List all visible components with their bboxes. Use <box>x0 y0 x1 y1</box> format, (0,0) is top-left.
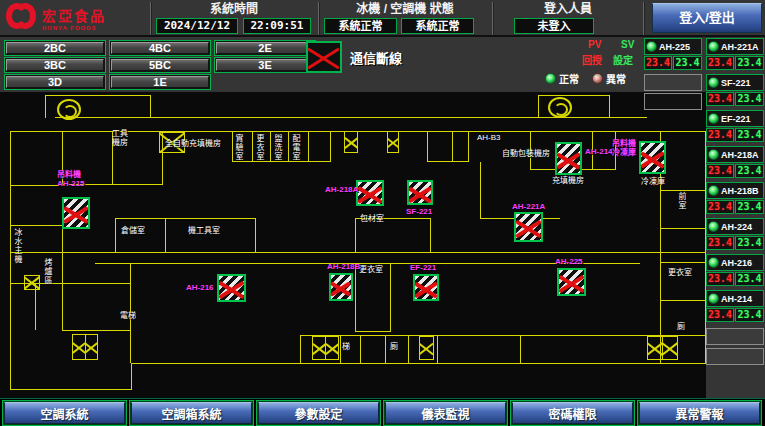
nav-button-0[interactable]: 空調系統 <box>2 400 127 426</box>
wall-segment <box>538 95 610 96</box>
ahu-label-ah-216: AH-216 <box>186 283 214 292</box>
wall-segment <box>35 283 36 330</box>
ahu-icon-ah-225[interactable] <box>557 268 586 296</box>
nav-button-label: 異常警報 <box>639 402 760 424</box>
wall-segment <box>252 131 253 162</box>
unit-pv-value: 23.4 <box>706 164 734 178</box>
floor-button-label: 5BC <box>111 59 209 71</box>
ahu-icon-ef-221[interactable] <box>413 274 439 301</box>
unit-ah-216[interactable]: AH-216 <box>706 254 764 271</box>
unit-sv-value: 23.4 <box>735 128 764 142</box>
floor-button-3bc[interactable]: 3BC <box>4 57 106 73</box>
floor-button-3d[interactable]: 3D <box>4 74 106 90</box>
room-label: 更衣室 <box>668 268 692 277</box>
x-cell-icon <box>313 337 325 359</box>
x-cell-icon <box>388 132 398 152</box>
floor-button-5bc[interactable]: 5BC <box>109 57 211 73</box>
ahu-icon-ah-216[interactable] <box>217 274 246 302</box>
pv-header: PV <box>588 39 601 50</box>
abnormal-led-icon <box>592 73 603 84</box>
unit-ah-225[interactable]: AH-225 <box>644 38 702 55</box>
ahu-icon-ah-214[interactable] <box>555 142 582 175</box>
nav-button-2[interactable]: 參數設定 <box>256 400 381 426</box>
floor-button-2e[interactable]: 2E <box>214 40 316 56</box>
ahu-label-sf-221: SF-221 <box>406 207 432 216</box>
room-label: 包材室 <box>360 214 384 223</box>
unit-status-led-icon <box>708 257 719 268</box>
wall-segment <box>340 335 341 363</box>
ahu-icon-freezer[interactable] <box>639 141 666 174</box>
floor-button-label: 3D <box>6 76 104 88</box>
floor-button-label: 4BC <box>111 42 209 54</box>
stair-x-box <box>344 131 358 153</box>
sv-header: SV <box>621 39 634 50</box>
unit-name: AH-225 <box>659 42 690 52</box>
unit-ah-214[interactable]: AH-214 <box>706 290 764 307</box>
ahu-label-ah-215: 吊料機 AH-215 <box>57 170 85 188</box>
wall-segment <box>452 131 453 162</box>
unit-name: AH-224 <box>721 222 752 232</box>
system-time-value: 22:09:51 <box>243 18 311 34</box>
unit-ah-218a[interactable]: AH-218A <box>706 146 764 163</box>
nav-button-1[interactable]: 空調箱系統 <box>129 400 254 426</box>
ahu-icon-ah-221a[interactable] <box>514 212 543 242</box>
unit-ah-221a[interactable]: AH-221A <box>706 38 764 55</box>
unit-name: EF-221 <box>721 114 751 124</box>
logo-mark-icon <box>6 3 36 33</box>
unit-sv-value: 23.4 <box>735 236 764 250</box>
nav-button-label: 參數設定 <box>258 402 379 424</box>
legend-abnormal: 異常 <box>592 71 626 86</box>
ahu-icon-ah-215[interactable] <box>62 197 90 229</box>
nav-button-3[interactable]: 儀表監視 <box>383 400 508 426</box>
wall-segment <box>609 95 610 118</box>
floor-button-2bc[interactable]: 2BC <box>4 40 106 56</box>
unit-pv-value: 23.4 <box>706 308 734 322</box>
room-label: 配電室 <box>291 134 300 161</box>
ahu-label-freezer: 吊料機 冷凍庫 <box>612 139 636 157</box>
floor-button-4bc[interactable]: 4BC <box>109 40 211 56</box>
ahu-icon-sf-221[interactable] <box>407 180 433 205</box>
stair-x-box <box>419 336 434 360</box>
wall-segment <box>131 363 706 364</box>
room-label: 電梯 <box>120 311 136 320</box>
floor-button-3e[interactable]: 3E <box>214 57 316 73</box>
unit-sv-value: 23.4 <box>735 92 764 106</box>
unit-sf-221[interactable]: SF-221 <box>706 74 764 91</box>
wall-segment <box>408 335 409 363</box>
ahu-icon-ah-218a[interactable] <box>356 180 384 206</box>
x-cell-icon <box>648 337 662 359</box>
room-label: 廁 <box>677 322 685 331</box>
app-window: 宏亞食品 HUNYA FOODS 系統時間 2024/12/12 22:09:5… <box>0 0 765 426</box>
abnormal-label: 異常 <box>606 71 626 86</box>
wall-segment <box>520 335 521 363</box>
unit-ah-218b[interactable]: AH-218B <box>706 182 764 199</box>
empty-unit-slot <box>706 328 764 345</box>
stair-x-box <box>24 275 40 290</box>
logo-subtitle: HUNYA FOODS <box>42 25 106 31</box>
legend-normal: 正常 <box>545 71 579 86</box>
x-cell-icon <box>85 335 98 359</box>
login-logout-button[interactable]: 登入/登出 <box>652 3 762 33</box>
unit-pv-value: 23.4 <box>706 128 734 142</box>
ahu-icon-ah-218b[interactable] <box>329 273 353 301</box>
floor-button-1e[interactable]: 1E <box>109 74 211 90</box>
wall-segment <box>131 363 132 390</box>
wall-segment <box>300 335 660 336</box>
room-label: 更衣室 <box>359 265 383 274</box>
unit-sv-value: 23.4 <box>735 272 764 286</box>
stair-x-box <box>312 336 339 360</box>
unit-name: AH-214 <box>721 294 752 304</box>
wall-segment <box>10 185 62 186</box>
room-label: 廁 <box>390 342 398 351</box>
nav-button-4[interactable]: 密碼權限 <box>510 400 635 426</box>
wall-segment <box>10 131 11 390</box>
ahu-status-badge: 系統正常 <box>401 18 474 34</box>
room-label: 冰水主機 <box>13 228 22 264</box>
stair-x-box <box>72 334 98 360</box>
wall-segment <box>300 335 301 363</box>
unit-ef-221[interactable]: EF-221 <box>706 110 764 127</box>
wall-segment <box>430 218 431 252</box>
unit-ah-224[interactable]: AH-224 <box>706 218 764 235</box>
nav-button-5[interactable]: 異常警報 <box>637 400 762 426</box>
room-label: 前室 <box>677 192 686 210</box>
